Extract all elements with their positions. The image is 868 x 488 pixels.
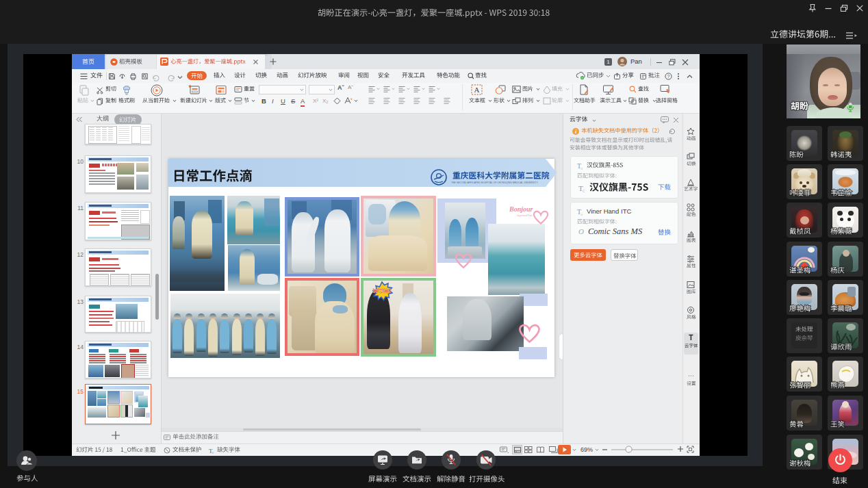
svg-text:A: A <box>474 86 480 94</box>
svg-text:c: c <box>581 166 583 171</box>
svg-text:c: c <box>581 211 583 217</box>
svg-text:?: ? <box>667 74 670 79</box>
svg-text:c: c <box>212 450 214 454</box>
svg-text:WOW!: WOW! <box>373 287 392 294</box>
